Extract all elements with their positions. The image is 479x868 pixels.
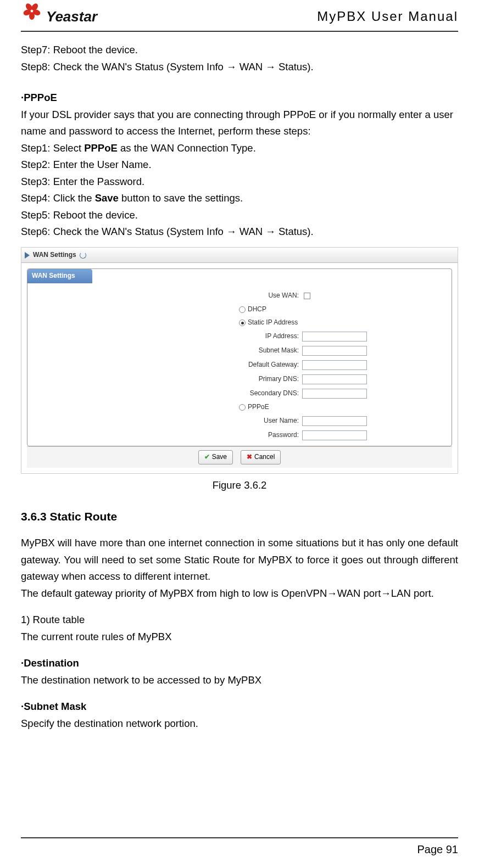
pppoe-radio[interactable] <box>239 404 246 411</box>
pppoe-heading: ·PPPoE <box>21 89 458 107</box>
cancel-button[interactable]: ✖Cancel <box>241 450 281 464</box>
subnet-mask-heading: ·Subnet Mask <box>21 698 458 715</box>
step4-bold: Save <box>95 192 119 204</box>
cross-icon: ✖ <box>247 452 252 463</box>
step4-pre: Step4: Click the <box>21 192 95 204</box>
save-label: Save <box>212 452 227 463</box>
dhcp-radio[interactable] <box>239 306 246 313</box>
static-ip-label: Static IP Address <box>248 317 298 328</box>
destination-desc: The destination network to be accessed t… <box>21 672 458 689</box>
primary-dns-input[interactable] <box>302 374 367 384</box>
secondary-dns-label: Secondary DNS: <box>27 388 302 399</box>
document-title: MyPBX User Manual <box>317 9 458 24</box>
pppoe-step3: Step3: Enter the Password. <box>21 173 458 191</box>
ip-address-input[interactable] <box>302 332 367 341</box>
logo-text: Yeastar <box>46 8 97 25</box>
ip-address-label: IP Address: <box>27 331 302 342</box>
subnet-mask-input[interactable] <box>302 346 367 356</box>
pppoe-step5: Step5: Reboot the device. <box>21 207 458 224</box>
static-ip-radio[interactable] <box>239 320 246 326</box>
route-table-label: 1) Route table <box>21 612 458 629</box>
page-header: Yeastar MyPBX User Manual <box>21 0 458 32</box>
default-gateway-label: Default Gateway: <box>27 360 302 371</box>
pppoe-step1: Step1: Select PPPoE as the WAN Connectio… <box>21 140 458 157</box>
button-row: ✔Save ✖Cancel <box>27 446 452 468</box>
footer-divider <box>21 837 458 838</box>
page-body: Step7: Reboot the device. Step8: Check t… <box>21 42 458 732</box>
destination-heading: ·Destination <box>21 655 458 672</box>
default-gateway-input[interactable] <box>302 360 367 370</box>
pppoe-step2: Step2: Enter the User Name. <box>21 156 458 173</box>
step1-bold: PPPoE <box>84 142 118 154</box>
toolbar-title: WAN Settings <box>33 250 76 261</box>
subnet-mask-label: Subnet Mask: <box>27 345 302 356</box>
static-route-para1: MyPBX will have more than one internet c… <box>21 535 458 585</box>
panel-title: WAN Settings <box>27 269 92 283</box>
use-wan-checkbox[interactable] <box>304 293 310 299</box>
secondary-dns-input[interactable] <box>302 389 367 399</box>
step7-text: Step7: Reboot the device. <box>21 42 458 59</box>
pppoe-step4: Step4: Click the Save button to save the… <box>21 190 458 207</box>
step8-text: Step8: Check the WAN's Status (System In… <box>21 59 458 76</box>
check-icon: ✔ <box>204 452 210 463</box>
pppoe-label: PPPoE <box>248 402 269 413</box>
static-route-para2: The default gateway priority of MyPBX fr… <box>21 585 458 602</box>
flower-icon <box>21 5 43 27</box>
play-triangle-icon <box>25 252 30 259</box>
username-input[interactable] <box>302 416 367 426</box>
pppoe-intro: If your DSL provider says that you are c… <box>21 107 458 140</box>
step4-post: button to save the settings. <box>119 192 243 204</box>
username-label: User Name: <box>27 416 302 427</box>
cancel-label: Cancel <box>254 452 275 463</box>
step1-post: as the WAN Connection Type. <box>118 142 256 154</box>
refresh-icon[interactable] <box>80 252 86 259</box>
save-button[interactable]: ✔Save <box>198 450 233 464</box>
dhcp-label: DHCP <box>248 304 266 315</box>
page-number: Page 91 <box>417 843 458 856</box>
password-input[interactable] <box>302 430 367 440</box>
static-route-heading: 3.6.3 Static Route <box>21 507 458 527</box>
pppoe-step6: Step6: Check the WAN's Status (System In… <box>21 223 458 240</box>
primary-dns-label: Primary DNS: <box>27 374 302 385</box>
route-table-desc: The current route rules of MyPBX <box>21 629 458 646</box>
figure-toolbar: WAN Settings <box>21 248 458 264</box>
brand-logo: Yeastar <box>21 5 97 27</box>
subnet-mask-desc: Specify the destination network portion. <box>21 715 458 732</box>
figure-caption: Figure 3.6.2 <box>21 477 458 494</box>
wan-form: Use WAN: DHCP Static IP Address IP Addre… <box>27 283 452 446</box>
use-wan-label: Use WAN: <box>27 290 302 301</box>
wan-settings-panel: WAN Settings Use WAN: DHCP Static IP Add… <box>27 268 452 446</box>
step1-pre: Step1: Select <box>21 142 84 154</box>
password-label: Password: <box>27 430 302 441</box>
wan-settings-figure: WAN Settings WAN Settings Use WAN: DHCP <box>21 247 458 474</box>
